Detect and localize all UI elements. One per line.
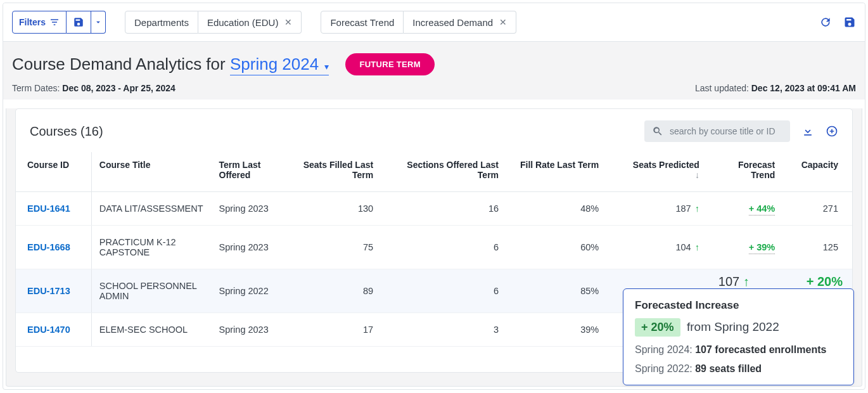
chip-increased-demand[interactable]: Increased Demand ✕	[404, 11, 516, 34]
term-dates: Term Dates: Dec 08, 2023 - Apr 25, 2024	[12, 83, 176, 93]
col-course-id[interactable]: Course ID	[16, 152, 91, 192]
sections-cell: 3	[381, 313, 506, 347]
course-id-link[interactable]: EDU-1641	[27, 203, 70, 214]
fill-cell: 85%	[506, 269, 606, 313]
tooltip-from: from Spring 2022	[687, 320, 779, 333]
title-prefix: Course Demand Analytics for	[12, 55, 230, 74]
close-icon[interactable]: ✕	[284, 17, 292, 27]
course-title-cell: DATA LIT/ASSESSMENT	[91, 192, 211, 226]
trend-cell[interactable]: + 39%	[707, 226, 782, 269]
page-header: Course Demand Analytics for Spring 2024 …	[3, 42, 865, 100]
col-fill-rate[interactable]: Fill Rate Last Term	[506, 152, 606, 192]
search-icon	[652, 126, 663, 137]
search-box[interactable]	[644, 120, 790, 142]
col-seats-last[interactable]: Seats Filled Last Term	[287, 152, 381, 192]
last-updated: Last updated: Dec 12, 2023 at 09:41 AM	[695, 83, 856, 93]
seats-pred-cell: 104↑	[606, 226, 707, 269]
seats-last-cell: 75	[287, 226, 381, 269]
course-id-link[interactable]: EDU-1713	[27, 286, 70, 296]
sections-cell: 6	[381, 269, 506, 313]
save-button[interactable]	[67, 11, 91, 34]
tooltip-title: Forecasted Increase	[635, 299, 842, 312]
table-row[interactable]: EDU-1641 DATA LIT/ASSESSMENT Spring 2023…	[16, 192, 852, 226]
download-icon	[801, 125, 814, 138]
seats-last-cell: 89	[287, 269, 381, 313]
fill-cell: 60%	[506, 226, 606, 269]
tooltip-badge: + 20%	[635, 318, 680, 337]
term-dates-value: Dec 08, 2023 - Apr 25, 2024	[62, 83, 176, 93]
chip-departments[interactable]: Departments	[125, 11, 198, 34]
plus-circle-icon	[826, 125, 838, 138]
table-row[interactable]: EDU-1668 PRACTICUM K-12 CAPSTONE Spring …	[16, 226, 852, 269]
chip-label: Departments	[134, 17, 189, 28]
filter-chips-2: Forecast Trend Increased Demand ✕	[321, 11, 516, 34]
sections-cell: 6	[381, 226, 506, 269]
arrow-up-icon: ↑	[695, 242, 699, 252]
capacity-cell: 271	[782, 192, 852, 226]
col-seats-pred-label: Seats Predicted	[633, 160, 699, 170]
sections-cell: 16	[381, 192, 506, 226]
filter-chips: Departments Education (EDU) ✕	[125, 11, 302, 34]
tooltip-line-2: Spring 2022: 89 seats filled	[635, 363, 842, 375]
fill-cell: 39%	[506, 313, 606, 347]
term-cell: Spring 2023	[212, 313, 287, 347]
save-icon	[73, 16, 84, 28]
course-title-cell: ELEM-SEC SCHOOL	[91, 313, 211, 347]
term-cell: Spring 2022	[212, 269, 287, 313]
course-id-link[interactable]: EDU-1668	[27, 242, 70, 252]
close-icon[interactable]: ✕	[499, 17, 507, 27]
term-label: Spring 2024	[230, 55, 319, 74]
tooltip-line-1: Spring 2024: 107 forecasted enrollments	[635, 344, 842, 356]
filter-icon	[49, 17, 60, 27]
seats-pred-cell: 187↑	[606, 192, 707, 226]
future-term-badge: FUTURE TERM	[345, 53, 434, 75]
course-title-cell: SCHOOL PERSONNEL ADMIN	[91, 269, 211, 313]
search-input[interactable]	[668, 126, 782, 137]
course-title-cell: PRACTICUM K-12 CAPSTONE	[91, 226, 211, 269]
col-seats-pred[interactable]: Seats Predicted ↓	[606, 152, 707, 192]
fill-cell: 48%	[506, 192, 606, 226]
term-cell: Spring 2023	[212, 226, 287, 269]
save-dropdown-button[interactable]	[91, 11, 106, 34]
chip-label: Increased Demand	[412, 17, 493, 28]
chip-label: Education (EDU)	[207, 17, 279, 28]
card-title: Courses (16)	[30, 124, 644, 139]
refresh-icon	[819, 16, 832, 29]
caret-down-icon: ▾	[324, 61, 329, 72]
filters-button[interactable]: Filters	[12, 11, 67, 34]
course-id-link[interactable]: EDU-1470	[27, 325, 70, 335]
refresh-button[interactable]	[819, 16, 832, 29]
term-selector[interactable]: Spring 2024 ▾	[230, 55, 329, 75]
col-course-title[interactable]: Course Title	[91, 152, 211, 192]
arrow-up-icon: ↑	[743, 274, 750, 288]
forecast-tooltip: Forecasted Increase + 20% from Spring 20…	[623, 288, 854, 385]
caret-down-icon	[94, 18, 103, 27]
filters-label: Filters	[19, 17, 46, 27]
term-cell: Spring 2023	[212, 192, 287, 226]
col-sections[interactable]: Sections Offered Last Term	[381, 152, 506, 192]
toolbar: Filters Departments Education (EDU) ✕ Fo…	[3, 3, 865, 42]
col-trend[interactable]: Forecast Trend	[707, 152, 782, 192]
term-dates-label: Term Dates:	[12, 83, 60, 93]
seats-last-cell: 17	[287, 313, 381, 347]
chip-education[interactable]: Education (EDU) ✕	[198, 11, 302, 34]
capacity-cell: 125	[782, 226, 852, 269]
trend-cell[interactable]: + 44%	[707, 192, 782, 226]
col-capacity[interactable]: Capacity	[782, 152, 852, 192]
sort-desc-icon: ↓	[695, 170, 699, 180]
chip-label: Forecast Trend	[330, 17, 394, 28]
seats-last-cell: 130	[287, 192, 381, 226]
last-updated-label: Last updated:	[695, 83, 749, 93]
save-icon	[843, 16, 856, 29]
add-button[interactable]	[826, 125, 838, 138]
page-title: Course Demand Analytics for Spring 2024 …	[12, 55, 329, 74]
col-term-last[interactable]: Term Last Offered	[212, 152, 287, 192]
arrow-up-icon: ↑	[695, 203, 699, 214]
save-page-button[interactable]	[843, 16, 856, 29]
last-updated-value: Dec 12, 2023 at 09:41 AM	[751, 83, 856, 93]
chip-forecast-trend[interactable]: Forecast Trend	[321, 11, 404, 34]
download-button[interactable]	[801, 125, 814, 138]
